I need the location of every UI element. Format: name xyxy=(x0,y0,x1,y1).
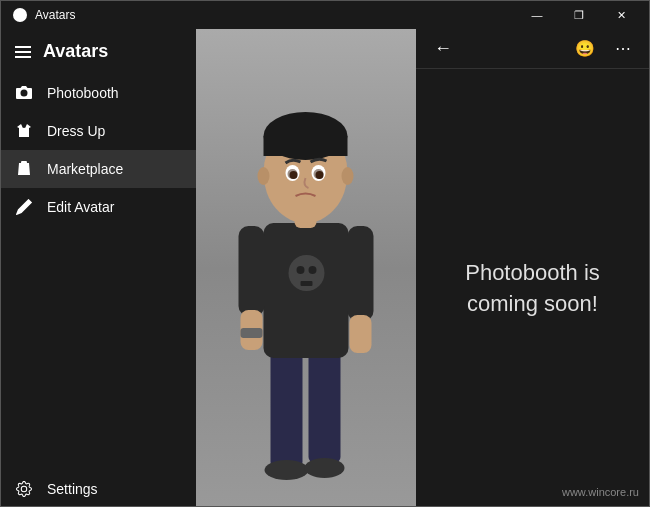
watermark: www.wincore.ru xyxy=(562,486,639,498)
hamburger-icon[interactable] xyxy=(15,46,31,58)
close-button[interactable]: ✕ xyxy=(601,1,641,29)
svg-rect-9 xyxy=(239,226,265,316)
svg-rect-11 xyxy=(348,226,374,321)
sidebar-item-photobooth[interactable]: Photobooth xyxy=(1,74,196,112)
marketplace-label: Marketplace xyxy=(47,161,123,177)
svg-point-23 xyxy=(314,169,324,179)
right-header: ← 😀 ⋯ xyxy=(416,29,649,69)
svg-point-7 xyxy=(309,266,317,274)
svg-point-2 xyxy=(265,460,309,480)
app-container: Avatars Photobooth Dress Up xyxy=(1,29,649,507)
svg-point-25 xyxy=(342,167,354,185)
app-icon xyxy=(13,8,27,22)
more-options-button[interactable]: ⋯ xyxy=(609,35,637,62)
editavatar-label: Edit Avatar xyxy=(47,199,114,215)
svg-rect-13 xyxy=(241,328,263,338)
header-actions: 😀 ⋯ xyxy=(569,35,637,62)
back-button[interactable]: ← xyxy=(428,34,458,63)
sidebar-title: Avatars xyxy=(43,41,108,62)
bag-icon xyxy=(15,160,33,178)
avatar-image xyxy=(196,29,416,507)
content-area: ← 😀 ⋯ Photobooth iscoming soon! www.winc… xyxy=(196,29,649,507)
photobooth-label: Photobooth xyxy=(47,85,119,101)
right-panel: ← 😀 ⋯ Photobooth iscoming soon! xyxy=(416,29,649,507)
sidebar-item-settings[interactable]: Settings xyxy=(1,470,196,507)
minimize-button[interactable]: — xyxy=(517,1,557,29)
title-bar-left: Avatars xyxy=(13,8,75,22)
sidebar-nav: Photobooth Dress Up Marketplace xyxy=(1,74,196,470)
dressup-label: Dress Up xyxy=(47,123,105,139)
svg-rect-12 xyxy=(350,315,372,353)
svg-point-3 xyxy=(305,458,345,478)
camera-icon xyxy=(15,84,33,102)
svg-rect-8 xyxy=(301,281,313,286)
svg-point-24 xyxy=(258,167,270,185)
title-bar-title: Avatars xyxy=(35,8,75,22)
coming-soon-text: Photobooth iscoming soon! xyxy=(465,258,600,320)
maximize-button[interactable]: ❐ xyxy=(559,1,599,29)
avatar-panel xyxy=(196,29,416,507)
svg-point-22 xyxy=(288,169,298,179)
sidebar-item-editavatar[interactable]: Edit Avatar xyxy=(1,188,196,226)
sidebar-item-dressup[interactable]: Dress Up xyxy=(1,112,196,150)
sidebar: Avatars Photobooth Dress Up xyxy=(1,29,196,507)
right-content: Photobooth iscoming soon! xyxy=(416,69,649,507)
svg-rect-17 xyxy=(264,136,348,156)
title-bar-controls: — ❐ ✕ xyxy=(517,1,641,29)
svg-point-6 xyxy=(297,266,305,274)
emoji-button[interactable]: 😀 xyxy=(569,35,601,62)
pencil-icon xyxy=(15,198,33,216)
settings-label: Settings xyxy=(47,481,98,497)
sidebar-item-marketplace[interactable]: Marketplace xyxy=(1,150,196,188)
gear-icon xyxy=(15,480,33,498)
avatar-figure xyxy=(219,48,394,507)
svg-rect-1 xyxy=(309,348,341,463)
sidebar-header: Avatars xyxy=(1,29,196,74)
svg-rect-0 xyxy=(271,348,303,468)
title-bar: Avatars — ❐ ✕ xyxy=(1,1,649,29)
shirt-icon xyxy=(15,122,33,140)
